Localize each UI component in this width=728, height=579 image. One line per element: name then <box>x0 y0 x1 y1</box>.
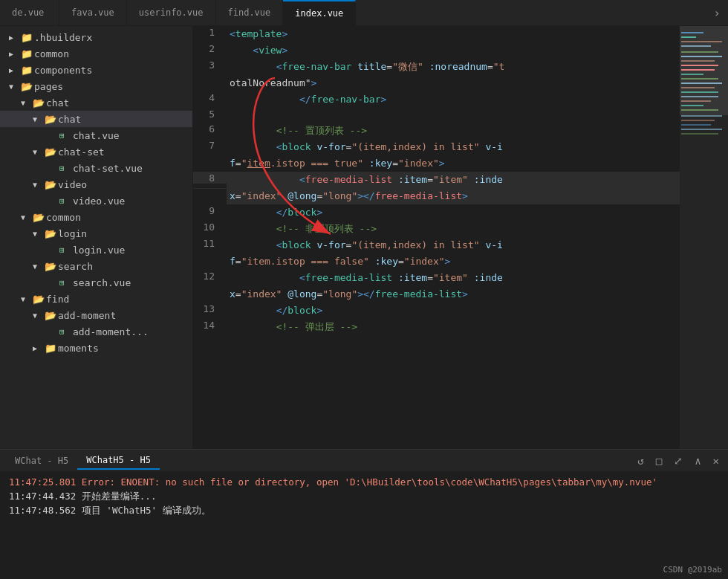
tab-de-vue[interactable]: de.vue <box>0 0 59 25</box>
code-line-11a: 11 <block v-for="(item,index) in list" v… <box>193 237 680 253</box>
sidebar-item-video[interactable]: ▼ 📂 video <box>0 176 192 193</box>
arrow-icon: ▶ <box>9 33 21 42</box>
code-line-10: 10 <!-- 非置顶列表 --> <box>193 221 680 237</box>
sidebar-item-common2[interactable]: ▼ 📂 common <box>0 209 192 225</box>
svg-rect-21 <box>681 120 715 121</box>
sidebar-item-search[interactable]: ▼ 📂 search <box>0 258 192 274</box>
code-line-5: 5 <box>193 108 680 123</box>
file-icon: ⊞ <box>59 196 73 206</box>
code-line-11b: f="item.istop === false" :key="index"> <box>193 253 680 270</box>
editor-content[interactable]: 1 <template> 2 <view> 3 <free-nav-bar ti… <box>193 26 680 449</box>
sidebar-item-components[interactable]: ▶ 📁 components <box>0 62 192 78</box>
sidebar-item-add-moment[interactable]: ▼ 📂 add-moment <box>0 307 192 323</box>
code-line-9: 9 </block> <box>193 204 680 221</box>
code-line-8b: x="index" @long="long"></free-media-list… <box>193 188 680 204</box>
code-line-8a: 8 <free-media-list :item="item" :inde <box>193 172 680 188</box>
sidebar-item-hbuilderx[interactable]: ▶ 📁 .hbuilderx <box>0 29 192 45</box>
tab-bar: de.vue fava.vue userinfo.vue find.vue in… <box>0 0 728 26</box>
arrow-icon: ▶ <box>33 344 45 352</box>
arrow-icon: ▼ <box>9 83 21 91</box>
arrow-icon: ▶ <box>9 50 21 58</box>
panel-clear-btn[interactable]: □ <box>653 453 665 468</box>
sidebar-item-pages[interactable]: ▼ 📂 pages <box>0 78 192 94</box>
sidebar-item-moments[interactable]: ▶ 📁 moments <box>0 340 192 356</box>
arrow-icon: ▼ <box>33 230 45 238</box>
code-line-7a: 7 <block v-for="(item,index) in list" v-… <box>193 139 680 155</box>
panel-close-btn[interactable]: ✕ <box>710 453 722 468</box>
log-line-1: 11:47:25.801 Error: ENOENT: no such file… <box>9 476 719 488</box>
tab-scroll-arrow[interactable]: › <box>706 0 728 25</box>
code-line-13: 13 </block> <box>193 303 680 319</box>
sidebar-item-add-moment-vue[interactable]: ⊞ add-moment... <box>0 323 192 340</box>
file-icon: ⊞ <box>59 131 73 140</box>
sidebar-item-chat[interactable]: ▼ 📂 chat <box>0 94 192 111</box>
svg-rect-20 <box>681 115 722 117</box>
editor-area: 1 <template> 2 <view> 3 <free-nav-bar ti… <box>193 26 728 449</box>
code-line-2: 2 <view> <box>193 42 680 59</box>
sidebar-item-chat-set-vue[interactable]: ⊞ chat-set.vue <box>0 160 192 176</box>
svg-rect-23 <box>681 129 722 130</box>
file-icon: ⊞ <box>59 245 73 255</box>
sidebar-item-find[interactable]: ▼ 📂 find <box>0 291 192 307</box>
file-icon: ⊞ <box>59 278 73 288</box>
tab-index-vue[interactable]: index.vue <box>283 0 356 25</box>
sidebar: ▶ 📁 .hbuilderx ▶ 📁 common ▶ 📁 components… <box>0 26 193 449</box>
arrow-icon: ▼ <box>21 213 33 221</box>
svg-rect-22 <box>681 124 711 126</box>
sidebar-item-video-vue[interactable]: ⊞ video.vue <box>0 193 192 209</box>
folder-icon: 📂 <box>45 146 58 158</box>
arrow-icon: ▼ <box>21 99 33 107</box>
folder-icon: 📂 <box>33 294 46 305</box>
code-line-6: 6 <!-- 置顶列表 --> <box>193 123 680 139</box>
sidebar-item-common[interactable]: ▶ 📁 common <box>0 45 192 62</box>
svg-rect-25 <box>680 26 728 115</box>
code-line-12b: x="index" @long="long"></free-media-list… <box>193 286 680 303</box>
folder-icon: 📂 <box>45 228 58 239</box>
folder-icon: 📁 <box>21 32 34 43</box>
panel-tab-bar: WChat - H5 WChatH5 - H5 ↺ □ ⤢ ∧ ✕ <box>0 450 728 472</box>
arrow-icon: ▼ <box>21 295 33 303</box>
code-line-4: 4 </free-nav-bar> <box>193 91 680 108</box>
sidebar-item-chat-inner[interactable]: ▼ 📂 chat <box>0 111 192 127</box>
panel-expand-btn[interactable]: ⤢ <box>671 453 686 468</box>
sidebar-item-chat-set[interactable]: ▼ 📂 chat-set <box>0 143 192 160</box>
arrow-icon: ▼ <box>33 148 45 156</box>
tab-fava-vue[interactable]: fava.vue <box>59 0 127 25</box>
tab-userinfo-vue[interactable]: userinfo.vue <box>127 0 216 25</box>
code-line-3b: otalNoreadnum"> <box>193 75 680 91</box>
folder-icon: 📁 <box>21 65 34 76</box>
watermark: CSDN @2019ab <box>663 565 722 575</box>
sidebar-item-login[interactable]: ▼ 📂 login <box>0 225 192 242</box>
panel-refresh-btn[interactable]: ↺ <box>634 453 646 468</box>
arrow-icon: ▼ <box>33 115 45 123</box>
sidebar-item-search-vue[interactable]: ⊞ search.vue <box>0 274 192 291</box>
arrow-icon: ▶ <box>9 66 21 74</box>
folder-icon: 📂 <box>45 261 58 272</box>
folder-icon: 📂 <box>45 114 58 125</box>
folder-icon: 📂 <box>45 179 58 190</box>
panel-tab-wchat[interactable]: WChat - H5 <box>6 453 77 469</box>
sidebar-item-chat-vue[interactable]: ⊞ chat.vue <box>0 127 192 143</box>
panel-actions: ↺ □ ⤢ ∧ ✕ <box>634 453 722 468</box>
folder-icon: 📂 <box>45 310 58 321</box>
svg-rect-24 <box>681 133 718 135</box>
code-line-7b: f="item.istop === true" :key="index"> <box>193 155 680 172</box>
tab-spacer <box>356 0 706 25</box>
arrow-icon: ▼ <box>33 181 45 189</box>
folder-icon: 📂 <box>33 97 46 109</box>
minimap[interactable] <box>680 26 728 449</box>
panel-tab-wchat5[interactable]: WChatH5 - H5 <box>77 452 160 470</box>
arrow-icon: ▼ <box>33 311 45 320</box>
sidebar-item-login-vue[interactable]: ⊞ login.vue <box>0 242 192 258</box>
panel-content: 11:47:25.801 Error: ENOENT: no such file… <box>0 472 728 579</box>
panel-collapse-btn[interactable]: ∧ <box>692 453 703 468</box>
folder-icon: 📂 <box>33 212 46 223</box>
tab-find-vue[interactable]: find.vue <box>216 0 284 25</box>
file-icon: ⊞ <box>59 327 73 337</box>
code-line-3a: 3 <free-nav-bar title="微信" :noreadnum="t <box>193 59 680 75</box>
arrow-icon: ▼ <box>33 262 45 271</box>
folder-icon: 📂 <box>21 81 34 92</box>
folder-icon: 📁 <box>45 343 58 354</box>
folder-icon: 📁 <box>21 48 34 59</box>
minimap-content <box>680 26 728 449</box>
